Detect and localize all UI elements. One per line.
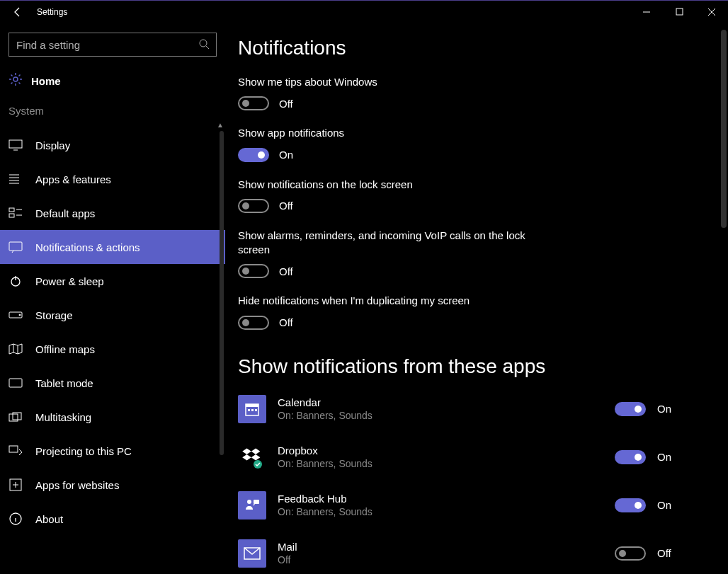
- toggle-hide-duplicating[interactable]: [238, 316, 269, 330]
- sidebar-item-about[interactable]: About: [0, 502, 225, 536]
- notifications-icon: [8, 240, 23, 254]
- sidebar-item-apps-features[interactable]: Apps & features: [0, 162, 225, 196]
- app-name: Feedback Hub: [278, 493, 603, 505]
- power-icon: [8, 274, 23, 288]
- svg-rect-17: [246, 404, 258, 407]
- toggle-mail[interactable]: [615, 546, 646, 561]
- app-detail: On: Banners, Sounds: [278, 458, 603, 469]
- app-item-feedback-hub[interactable]: Feedback Hub On: Banners, Sounds On: [238, 491, 686, 520]
- toggle-lock-screen[interactable]: [238, 199, 269, 213]
- svg-point-22: [247, 500, 251, 504]
- toggle-state: Off: [279, 98, 293, 110]
- svg-point-9: [19, 314, 21, 316]
- content-scroll-thumb[interactable]: [721, 30, 727, 228]
- sidebar-scroll-thumb[interactable]: [220, 131, 224, 455]
- sidebar-item-multitasking[interactable]: Multitasking: [0, 400, 225, 434]
- sidebar-item-label: Apps & features: [35, 173, 111, 185]
- setting-label: Show app notifications: [238, 126, 535, 140]
- sidebar-item-label: Tablet mode: [35, 377, 93, 389]
- multitasking-icon: [8, 410, 23, 424]
- nav-list: ▲ Display Apps & features Default apps N…: [0, 124, 225, 536]
- setting-label: Show notifications on the lock screen: [238, 178, 535, 192]
- toggle-alarms[interactable]: [238, 264, 269, 278]
- sidebar-item-label: About: [35, 513, 63, 525]
- setting-app-notifications: Show app notifications On: [238, 126, 686, 161]
- apps-features-icon: [8, 172, 23, 186]
- minimize-icon: [642, 8, 651, 16]
- sidebar: Home System ▲ Display Apps & features De…: [0, 23, 225, 574]
- svg-rect-20: [255, 409, 257, 411]
- setting-lock-screen-notifications: Show notifications on the lock screen Of…: [238, 178, 686, 213]
- svg-rect-3: [9, 140, 22, 148]
- sidebar-item-power-sleep[interactable]: Power & sleep: [0, 264, 225, 298]
- content-scrollbar[interactable]: [718, 23, 728, 574]
- maximize-icon: [676, 8, 683, 16]
- app-item-calendar[interactable]: Calendar On: Banners, Sounds On: [238, 395, 686, 423]
- app-item-mail[interactable]: Mail Off Off: [238, 539, 686, 568]
- sidebar-item-label: Storage: [35, 309, 73, 321]
- app-name: Mail: [278, 541, 603, 553]
- sidebar-item-notifications-actions[interactable]: Notifications & actions: [0, 230, 225, 264]
- toggle-tips[interactable]: [238, 96, 269, 110]
- toggle-state: On: [657, 499, 671, 511]
- setting-tips: Show me tips about Windows Off: [238, 75, 686, 110]
- app-item-dropbox[interactable]: Dropbox On: Banners, Sounds On: [238, 443, 686, 471]
- sidebar-item-label: Default apps: [35, 207, 95, 219]
- sidebar-item-display[interactable]: Display: [0, 128, 225, 162]
- svg-rect-23: [254, 500, 259, 504]
- mail-icon: [238, 539, 266, 568]
- setting-label: Show me tips about Windows: [238, 75, 535, 89]
- apps-heading: Show notifications from these apps: [238, 355, 686, 378]
- setting-alarms-lock-screen: Show alarms, reminders, and incoming VoI…: [238, 229, 686, 279]
- sidebar-item-label: Offline maps: [35, 343, 95, 355]
- close-button[interactable]: [695, 1, 728, 23]
- svg-point-2: [13, 77, 18, 81]
- home-button[interactable]: Home: [0, 62, 225, 99]
- svg-rect-13: [9, 446, 18, 452]
- arrow-left-icon: [11, 6, 23, 18]
- minimize-button[interactable]: [630, 1, 663, 23]
- home-label: Home: [31, 75, 61, 87]
- toggle-feedback[interactable]: [615, 498, 646, 512]
- toggle-state: Off: [657, 547, 671, 559]
- window-title: Settings: [34, 7, 67, 17]
- toggle-dropbox[interactable]: [615, 450, 646, 464]
- svg-rect-0: [676, 8, 683, 15]
- sidebar-item-projecting[interactable]: Projecting to this PC: [0, 434, 225, 468]
- app-detail: On: Banners, Sounds: [278, 506, 603, 517]
- sidebar-item-label: Display: [35, 139, 70, 151]
- display-icon: [8, 138, 23, 152]
- setting-label: Show alarms, reminders, and incoming VoI…: [238, 229, 535, 258]
- search-input[interactable]: [8, 33, 217, 57]
- scroll-up-icon[interactable]: ▲: [217, 121, 224, 129]
- gear-icon: [8, 72, 23, 89]
- titlebar: Settings: [0, 0, 728, 23]
- sidebar-item-tablet-mode[interactable]: Tablet mode: [0, 366, 225, 400]
- app-detail: Off: [278, 554, 603, 566]
- category-label: System: [0, 99, 225, 124]
- sidebar-item-label: Power & sleep: [35, 275, 104, 287]
- main-container: Home System ▲ Display Apps & features De…: [0, 23, 728, 574]
- svg-rect-18: [248, 409, 250, 411]
- sidebar-item-label: Notifications & actions: [35, 241, 140, 253]
- close-icon: [707, 8, 716, 16]
- toggle-calendar[interactable]: [615, 402, 646, 416]
- sidebar-item-offline-maps[interactable]: Offline maps: [0, 332, 225, 366]
- feedback-icon: [238, 491, 266, 520]
- sidebar-scrollbar[interactable]: [218, 131, 225, 536]
- sidebar-item-storage[interactable]: Storage: [0, 298, 225, 332]
- toggle-state: On: [657, 403, 671, 415]
- calendar-icon: [238, 395, 266, 423]
- app-detail: On: Banners, Sounds: [278, 410, 603, 421]
- sidebar-item-default-apps[interactable]: Default apps: [0, 196, 225, 230]
- maximize-button[interactable]: [663, 1, 695, 23]
- dropbox-icon: [238, 443, 266, 471]
- setting-label: Hide notifications when I'm duplicating …: [238, 294, 535, 308]
- sidebar-item-apps-for-websites[interactable]: Apps for websites: [0, 468, 225, 502]
- toggle-state: Off: [279, 200, 293, 212]
- toggle-app-notifications[interactable]: [238, 148, 269, 162]
- sidebar-item-label: Projecting to this PC: [35, 445, 132, 457]
- back-button[interactable]: [0, 1, 34, 23]
- svg-rect-4: [9, 208, 14, 212]
- sidebar-item-label: Multitasking: [35, 411, 91, 423]
